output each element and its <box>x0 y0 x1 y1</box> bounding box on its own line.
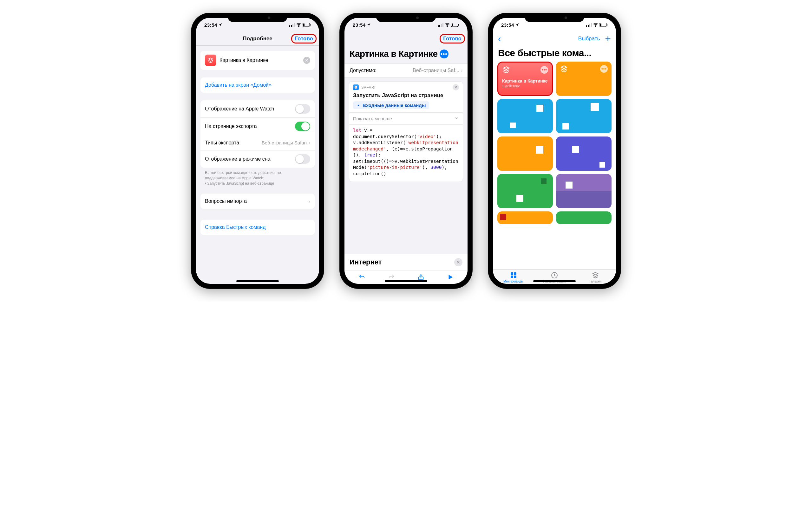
input-pill[interactable]: Входные данные команды <box>353 101 429 109</box>
undo-icon[interactable] <box>357 274 367 281</box>
svg-rect-25 <box>600 24 601 26</box>
svg-point-12 <box>447 26 447 27</box>
code-editor[interactable]: let v = document.querySelector('video');… <box>349 125 463 182</box>
action-title: Запустить JavaScript на странице <box>349 91 463 101</box>
signal-icon <box>438 22 443 28</box>
shortcut-glyph-icon <box>560 65 568 73</box>
wifi-icon <box>296 22 301 28</box>
remove-action-icon[interactable]: ✕ <box>453 84 459 90</box>
layers-icon <box>591 271 599 279</box>
sleep-mode-label: Отображение в режиме сна <box>205 156 295 162</box>
nav-title: Подробнее <box>226 35 289 42</box>
phone-1: 23:54 Подробнее Готово <box>191 13 324 289</box>
tab-my-shortcuts[interactable]: Мои команды <box>493 271 534 283</box>
signal-icon <box>289 22 295 28</box>
shortcut-title: Картинка в Картинке <box>350 49 438 59</box>
status-time: 23:54 <box>501 22 514 28</box>
play-icon[interactable] <box>445 274 456 281</box>
shortcut-tile[interactable] <box>556 99 612 133</box>
shortcut-tile[interactable] <box>556 174 612 208</box>
svg-rect-21 <box>589 24 590 27</box>
svg-rect-28 <box>514 272 516 275</box>
select-button[interactable]: Выбрать <box>578 35 600 42</box>
export-page-toggle[interactable] <box>295 121 310 131</box>
accepts-param[interactable]: Допустимо: Веб-страницы Saf... › <box>345 63 467 78</box>
show-less-toggle[interactable]: Показать меньше <box>349 112 463 125</box>
apple-watch-label: Отображение на Apple Watch <box>205 106 295 112</box>
add-shortcut-icon[interactable]: + <box>605 34 611 44</box>
svg-rect-7 <box>310 24 311 26</box>
shortcut-tile[interactable] <box>556 211 612 224</box>
tab-gallery[interactable]: Галерея <box>575 271 616 283</box>
shortcut-tile[interactable] <box>497 136 553 171</box>
home-indicator[interactable] <box>533 280 576 282</box>
svg-point-4 <box>298 26 299 27</box>
chevron-right-icon: › <box>307 139 310 146</box>
battery-icon <box>600 22 608 28</box>
done-button[interactable]: Готово <box>291 34 317 44</box>
phone-3: 23:54 ‹ Выбрать + Все быстрые кома... ••… <box>488 13 621 289</box>
action-app-label: SAFARI <box>361 85 450 89</box>
import-questions-row[interactable]: Вопросы импорта› <box>200 194 315 209</box>
svg-rect-3 <box>294 23 295 27</box>
location-icon <box>219 23 222 27</box>
battery-icon <box>302 22 311 28</box>
home-indicator[interactable] <box>385 280 427 282</box>
shortcut-glyph-icon[interactable] <box>205 55 216 66</box>
shortcut-tile-1[interactable]: ••• Картинка в Картинке 1 действие <box>497 61 553 96</box>
svg-rect-14 <box>452 24 453 26</box>
svg-rect-6 <box>303 24 304 26</box>
redo-icon <box>386 274 397 281</box>
shortcut-name[interactable]: Картинка в Картинке <box>220 57 303 63</box>
svg-rect-8 <box>438 25 439 27</box>
wifi-icon <box>593 22 598 28</box>
svg-rect-9 <box>439 25 440 27</box>
page-title: Все быстрые кома... <box>493 46 616 61</box>
status-time: 23:54 <box>204 22 217 28</box>
svg-rect-29 <box>511 276 513 278</box>
more-icon[interactable]: ••• <box>440 50 448 58</box>
svg-rect-30 <box>514 276 516 278</box>
clock-icon <box>551 271 558 279</box>
wifi-icon <box>445 22 450 28</box>
search-sheet[interactable]: Интернет ✕ <box>345 254 467 284</box>
shortcut-tile-2[interactable]: ••• <box>556 61 612 96</box>
add-to-home-button[interactable]: Добавить на экран «Домой» <box>200 78 315 93</box>
svg-rect-19 <box>586 25 587 27</box>
tile-more-icon[interactable]: ••• <box>600 65 608 73</box>
svg-point-17 <box>358 104 359 106</box>
export-types-row[interactable]: Типы экспорта Веб-страницы Safari › <box>200 135 315 150</box>
close-sheet-icon[interactable]: ✕ <box>454 258 462 266</box>
sleep-mode-toggle[interactable] <box>295 154 310 164</box>
shortcut-tile[interactable] <box>497 211 553 224</box>
shortcut-glyph-icon <box>502 66 510 74</box>
help-button[interactable]: Справка Быстрых команд <box>200 220 315 235</box>
apple-watch-toggle[interactable] <box>295 104 310 114</box>
clear-icon[interactable]: ✕ <box>303 57 310 64</box>
signal-icon <box>586 22 592 28</box>
back-icon[interactable]: ‹ <box>498 34 501 44</box>
grid-icon <box>510 271 517 279</box>
svg-rect-1 <box>291 25 292 27</box>
shortcut-tile[interactable] <box>556 136 612 171</box>
tile-more-icon[interactable]: ••• <box>541 66 548 74</box>
export-page-label: На странице экспорта <box>205 124 295 129</box>
svg-rect-11 <box>442 23 443 27</box>
home-indicator[interactable] <box>236 280 279 282</box>
svg-rect-20 <box>588 25 589 27</box>
shortcut-tile[interactable] <box>497 99 553 133</box>
svg-rect-26 <box>607 24 607 26</box>
chevron-down-icon <box>455 116 459 121</box>
battery-icon <box>451 22 459 28</box>
safari-icon <box>353 84 359 90</box>
share-icon[interactable] <box>416 274 426 281</box>
done-button[interactable]: Готово <box>440 34 465 44</box>
location-icon <box>367 23 371 27</box>
chevron-right-icon: › <box>308 198 310 205</box>
footnote: В этой быстрой команде есть действие, не… <box>200 168 315 186</box>
shortcut-tile[interactable] <box>497 174 553 208</box>
svg-rect-10 <box>441 24 442 27</box>
svg-rect-22 <box>591 23 592 27</box>
action-card: SAFARI ✕ Запустить JavaScript на страниц… <box>349 81 463 182</box>
svg-rect-0 <box>289 25 290 27</box>
